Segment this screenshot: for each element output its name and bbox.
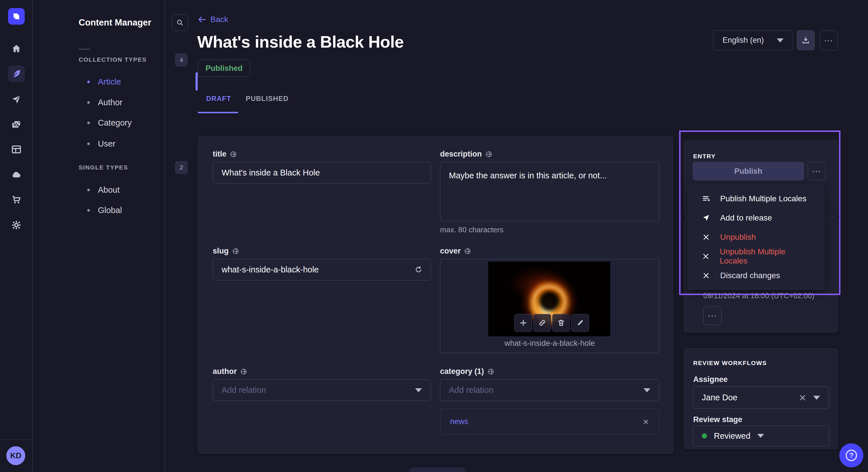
field-label-text: author bbox=[213, 367, 237, 376]
link-icon bbox=[538, 319, 546, 327]
description-field-label: description bbox=[440, 150, 492, 159]
bottom-panel-edge bbox=[409, 467, 465, 472]
locale-select[interactable]: English (en) bbox=[713, 30, 793, 50]
bullet-icon bbox=[87, 80, 90, 83]
pencil-icon bbox=[576, 319, 584, 327]
page-title: What's inside a Black Hole bbox=[197, 32, 404, 51]
user-avatar[interactable]: KD bbox=[6, 446, 25, 465]
strapi-admin: KD Content Manager COLLECTION TYPES 4 Ar… bbox=[0, 0, 868, 472]
sidebar-item-author[interactable]: Author bbox=[87, 96, 122, 109]
scheduled-more-button[interactable]: ... bbox=[703, 307, 722, 325]
sidebar-item-label: Category bbox=[98, 118, 132, 128]
sidebar-item-label: About bbox=[98, 185, 120, 195]
localized-globe-icon bbox=[485, 151, 492, 158]
single-types-heading: SINGLE TYPES bbox=[79, 164, 128, 171]
locale-value: English (en) bbox=[722, 36, 764, 45]
description-helper-text: max. 80 characters bbox=[440, 225, 503, 234]
author-placeholder: Add relation bbox=[222, 385, 266, 395]
menu-item-unpublish[interactable]: Unpublish bbox=[688, 227, 824, 247]
sidebar-item-about[interactable]: About bbox=[87, 183, 120, 196]
menu-item-discard-changes[interactable]: Discard changes bbox=[688, 266, 824, 285]
field-label-text: cover bbox=[440, 247, 461, 256]
tab-published[interactable]: PUBLISHED bbox=[246, 95, 288, 103]
field-label-text: description bbox=[440, 150, 482, 159]
tab-draft[interactable]: DRAFT bbox=[206, 95, 231, 103]
sidebar-item-label: User bbox=[98, 139, 115, 148]
relation-link-news[interactable]: news bbox=[450, 417, 468, 426]
strapi-logo-icon bbox=[11, 11, 21, 21]
export-download-button[interactable] bbox=[797, 30, 815, 50]
menu-item-publish-multiple-locales[interactable]: Publish Multiple Locales bbox=[688, 189, 824, 208]
single-types-count-badge: 2 bbox=[175, 161, 188, 174]
back-link[interactable]: Back bbox=[198, 15, 228, 24]
marketplace-cart-icon[interactable] bbox=[11, 194, 22, 205]
category-relation-item: news bbox=[440, 409, 659, 435]
copy-link-button[interactable] bbox=[533, 314, 551, 332]
sidebar-item-user[interactable]: User bbox=[87, 137, 115, 150]
assignee-select[interactable]: Jane Doe bbox=[693, 386, 829, 409]
chevron-down-icon bbox=[415, 388, 422, 392]
menu-item-unpublish-multiple-locales[interactable]: Unpublish Multiple Locales bbox=[688, 247, 824, 266]
menu-item-label: Publish Multiple Locales bbox=[720, 194, 806, 203]
category-placeholder: Add relation bbox=[449, 385, 493, 395]
title-input-wrap bbox=[213, 162, 431, 183]
sidebar-item-label: Author bbox=[98, 98, 122, 107]
menu-item-label: Unpublish bbox=[720, 233, 756, 242]
bullet-icon bbox=[87, 209, 90, 212]
title-field-label: title bbox=[213, 150, 237, 159]
search-button[interactable] bbox=[172, 14, 188, 31]
review-workflows-heading: REVIEW WORKFLOWS bbox=[693, 360, 767, 367]
localized-globe-icon bbox=[487, 368, 494, 375]
ellipsis-icon: ... bbox=[824, 38, 833, 42]
menu-item-add-to-release[interactable]: Add to release bbox=[688, 208, 824, 227]
field-label-text: title bbox=[213, 150, 226, 159]
strapi-logo[interactable] bbox=[8, 8, 25, 25]
media-library-icon[interactable] bbox=[11, 119, 22, 130]
slug-field-label: slug bbox=[213, 247, 239, 256]
assignee-value: Jane Doe bbox=[702, 393, 737, 402]
help-button[interactable]: ? bbox=[839, 443, 863, 467]
menu-item-label: Unpublish Multiple Locales bbox=[720, 247, 811, 266]
active-item-indicator bbox=[195, 72, 198, 91]
assignee-label: Assignee bbox=[693, 375, 727, 384]
sidebar-item-global[interactable]: Global bbox=[87, 204, 122, 216]
remove-relation-icon[interactable] bbox=[642, 418, 649, 425]
publish-button[interactable]: Publish bbox=[693, 162, 804, 180]
content-manager-pen-icon[interactable] bbox=[8, 65, 25, 82]
entry-actions-menu: Publish Multiple Locales Add to release … bbox=[688, 184, 825, 290]
chevron-down-icon bbox=[777, 38, 784, 42]
home-icon[interactable] bbox=[11, 43, 22, 55]
sidebar-item-category[interactable]: Category bbox=[87, 116, 132, 129]
header-more-button[interactable]: ... bbox=[820, 30, 838, 50]
collection-types-count-badge: 4 bbox=[175, 53, 188, 67]
releases-paper-plane-icon[interactable] bbox=[11, 94, 22, 105]
sidebar-item-article[interactable]: Article bbox=[87, 75, 121, 88]
cover-actions bbox=[515, 314, 589, 332]
title-input[interactable] bbox=[213, 162, 431, 183]
active-tab-indicator bbox=[198, 112, 238, 113]
review-stage-select[interactable]: Reviewed bbox=[693, 426, 829, 446]
edit-media-button[interactable] bbox=[571, 314, 589, 332]
bullet-icon bbox=[87, 142, 90, 145]
entry-heading: ENTRY bbox=[693, 153, 716, 160]
settings-gear-icon[interactable] bbox=[11, 220, 22, 231]
clear-assignee-icon[interactable] bbox=[799, 394, 806, 401]
localized-globe-icon bbox=[464, 248, 471, 255]
delete-media-button[interactable] bbox=[552, 314, 570, 332]
collection-types-heading: COLLECTION TYPES bbox=[79, 56, 147, 63]
add-media-button[interactable] bbox=[515, 314, 532, 332]
search-icon bbox=[176, 19, 184, 27]
trash-icon bbox=[557, 319, 565, 327]
category-field-label: category (1) bbox=[440, 367, 494, 376]
cloud-icon[interactable] bbox=[11, 169, 22, 180]
menu-item-label: Discard changes bbox=[720, 271, 780, 280]
entry-more-button[interactable]: ... bbox=[808, 162, 826, 180]
category-relation-select[interactable]: Add relation bbox=[440, 379, 659, 401]
slug-input-wrap bbox=[213, 259, 431, 280]
regenerate-slug-icon[interactable] bbox=[414, 265, 423, 274]
description-textarea[interactable]: Maybe the answer is in this article, or … bbox=[440, 162, 659, 222]
cross-icon bbox=[701, 272, 711, 279]
author-relation-select[interactable]: Add relation bbox=[213, 379, 431, 401]
content-type-builder-icon[interactable] bbox=[11, 144, 22, 155]
slug-input[interactable] bbox=[213, 259, 431, 280]
